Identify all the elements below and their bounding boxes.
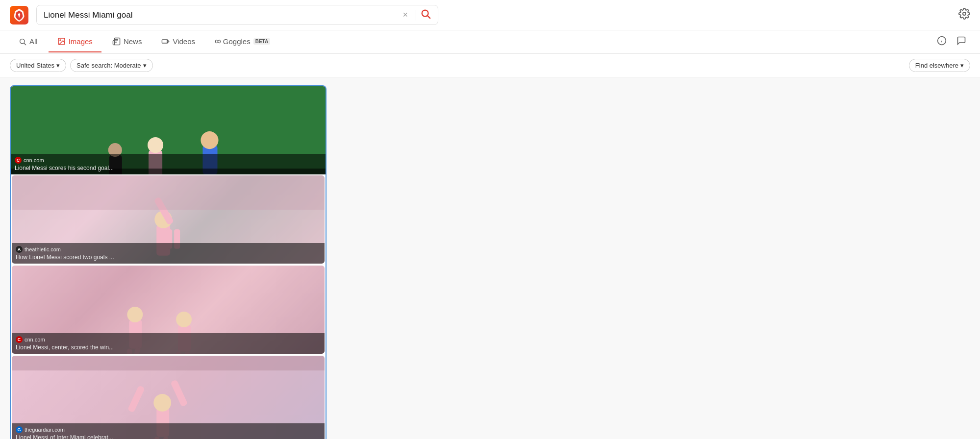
image-placeholder-1: C cnn.com Lionel Messi scores his second… <box>11 86 326 174</box>
search-clear-button[interactable]: × <box>399 10 412 20</box>
image-caption-4: Lionel Messi of Inter Miami celebrat... <box>16 434 321 439</box>
image-meta-2: A theathletic.com How Lionel Messi score… <box>12 243 325 264</box>
image-placeholder-4: G theguardian.com Lionel Messi of Inter … <box>12 356 325 439</box>
image-grid-container: C cnn.com Lionel Messi scores his second… <box>10 85 970 439</box>
svg-point-28 <box>201 131 218 149</box>
svg-point-41 <box>127 307 143 322</box>
image-source-4: G theguardian.com <box>16 426 321 433</box>
image-meta-1: C cnn.com Lionel Messi scores his second… <box>11 154 326 174</box>
safe-search-filter[interactable]: Safe search: Moderate ▾ <box>70 59 153 72</box>
svg-point-20 <box>148 137 163 153</box>
source-favicon-cnn: C <box>15 157 22 164</box>
filters-row: United States ▾ Safe search: Moderate ▾ … <box>0 54 980 77</box>
info-button[interactable] <box>933 32 951 52</box>
find-elsewhere-button[interactable]: Find elsewhere ▾ <box>909 59 970 72</box>
image-meta-4: G theguardian.com Lionel Messi of Inter … <box>12 423 325 439</box>
main-layout: C cnn.com Lionel Messi scores his second… <box>0 77 980 439</box>
image-card-4[interactable]: G theguardian.com Lionel Messi of Inter … <box>11 355 326 439</box>
svg-point-50 <box>153 394 171 412</box>
svg-point-3 <box>963 12 966 15</box>
tab-news[interactable]: News <box>103 31 151 52</box>
settings-button[interactable] <box>958 8 970 23</box>
image-caption-1: Lionel Messi scores his second goal... <box>15 165 322 171</box>
images-icon <box>57 37 66 46</box>
search-submit-button[interactable] <box>420 8 431 22</box>
svg-line-2 <box>427 16 430 18</box>
image-source-1: C cnn.com <box>15 157 322 164</box>
tab-images[interactable]: Images <box>49 31 101 52</box>
image-grid: C cnn.com Lionel Messi scores his second… <box>10 85 970 439</box>
svg-point-45 <box>176 312 192 327</box>
image-source-2: A theathletic.com <box>16 246 321 253</box>
source-favicon-cnn-2: C <box>16 336 23 343</box>
svg-marker-12 <box>167 40 169 43</box>
chevron-down-icon: ▾ <box>960 62 964 69</box>
tab-goggles[interactable]: ∞ Goggles BETA <box>206 30 279 53</box>
image-card-3[interactable]: C cnn.com Lionel Messi, center, scored t… <box>11 265 326 355</box>
svg-point-7 <box>60 40 61 41</box>
image-meta-3: C cnn.com Lionel Messi, center, scored t… <box>12 333 325 354</box>
news-icon <box>112 37 121 46</box>
svg-rect-38 <box>12 175 325 210</box>
videos-icon <box>161 37 170 46</box>
brave-logo-icon <box>10 6 28 24</box>
image-card-1[interactable]: C cnn.com Lionel Messi scores his second… <box>10 85 327 439</box>
chat-icon <box>956 36 966 46</box>
svg-rect-55 <box>12 356 325 370</box>
image-caption-2: How Lionel Messi scored two goals ... <box>16 254 321 261</box>
image-placeholder-2: A theathletic.com How Lionel Messi score… <box>12 175 325 264</box>
goggles-icon: ∞ <box>215 36 220 47</box>
search-bar[interactable]: × <box>36 5 438 25</box>
source-favicon-guardian: G <box>16 426 23 433</box>
tab-all[interactable]: All <box>10 31 47 52</box>
beta-badge: BETA <box>253 38 270 45</box>
tab-videos[interactable]: Videos <box>152 31 204 52</box>
svg-rect-11 <box>162 40 168 43</box>
image-card-2[interactable]: A theathletic.com How Lionel Messi score… <box>11 174 326 265</box>
region-filter[interactable]: United States ▾ <box>10 59 66 72</box>
search-icon <box>19 38 26 46</box>
svg-line-5 <box>24 43 26 45</box>
image-placeholder-3: C cnn.com Lionel Messi, center, scored t… <box>12 266 325 354</box>
chevron-down-icon: ▾ <box>143 62 147 69</box>
info-icon <box>937 36 947 46</box>
image-source-3: C cnn.com <box>16 336 321 343</box>
header: × <box>0 0 980 30</box>
source-favicon-athletic: A <box>16 246 23 253</box>
image-caption-3: Lionel Messi, center, scored the win... <box>16 344 321 351</box>
nav-tabs: All Images News Videos ∞ Goggles BETA <box>0 30 980 54</box>
chevron-down-icon: ▾ <box>56 62 60 69</box>
search-input[interactable] <box>44 10 399 20</box>
search-divider <box>416 10 416 21</box>
feedback-button[interactable] <box>953 32 970 52</box>
